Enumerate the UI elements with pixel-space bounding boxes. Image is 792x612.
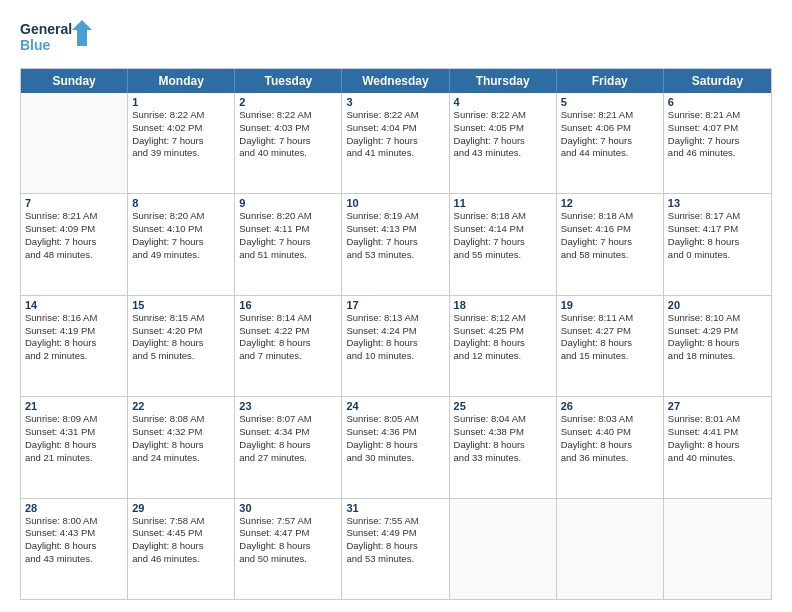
sunset: Sunset: 4:20 PM — [132, 325, 230, 338]
day-number: 6 — [668, 96, 767, 108]
daylight-minutes: and 41 minutes. — [346, 147, 444, 160]
sunset: Sunset: 4:36 PM — [346, 426, 444, 439]
day-number: 28 — [25, 502, 123, 514]
calendar-cell: 4 Sunrise: 8:22 AM Sunset: 4:05 PM Dayli… — [450, 93, 557, 193]
sunset: Sunset: 4:16 PM — [561, 223, 659, 236]
calendar-cell: 20 Sunrise: 8:10 AM Sunset: 4:29 PM Dayl… — [664, 296, 771, 396]
daylight-minutes: and 43 minutes. — [454, 147, 552, 160]
daylight-minutes: and 21 minutes. — [25, 452, 123, 465]
sunrise: Sunrise: 8:17 AM — [668, 210, 767, 223]
daylight-hours: Daylight: 8 hours — [239, 540, 337, 553]
sunrise: Sunrise: 8:21 AM — [561, 109, 659, 122]
sunrise: Sunrise: 8:16 AM — [25, 312, 123, 325]
daylight-hours: Daylight: 8 hours — [561, 337, 659, 350]
sunrise: Sunrise: 8:07 AM — [239, 413, 337, 426]
svg-text:Blue: Blue — [20, 37, 51, 53]
calendar-cell: 6 Sunrise: 8:21 AM Sunset: 4:07 PM Dayli… — [664, 93, 771, 193]
daylight-minutes: and 12 minutes. — [454, 350, 552, 363]
daylight-hours: Daylight: 7 hours — [454, 135, 552, 148]
calendar-cell: 12 Sunrise: 8:18 AM Sunset: 4:16 PM Dayl… — [557, 194, 664, 294]
sunrise: Sunrise: 8:10 AM — [668, 312, 767, 325]
calendar-cell: 16 Sunrise: 8:14 AM Sunset: 4:22 PM Dayl… — [235, 296, 342, 396]
calendar-cell — [557, 499, 664, 599]
daylight-hours: Daylight: 8 hours — [25, 439, 123, 452]
daylight-minutes: and 33 minutes. — [454, 452, 552, 465]
daylight-minutes: and 46 minutes. — [132, 553, 230, 566]
day-number: 27 — [668, 400, 767, 412]
day-number: 8 — [132, 197, 230, 209]
daylight-hours: Daylight: 7 hours — [454, 236, 552, 249]
daylight-hours: Daylight: 8 hours — [132, 439, 230, 452]
calendar-cell: 26 Sunrise: 8:03 AM Sunset: 4:40 PM Dayl… — [557, 397, 664, 497]
day-number: 15 — [132, 299, 230, 311]
sunrise: Sunrise: 8:18 AM — [454, 210, 552, 223]
daylight-minutes: and 50 minutes. — [239, 553, 337, 566]
day-number: 19 — [561, 299, 659, 311]
sunrise: Sunrise: 8:14 AM — [239, 312, 337, 325]
header-day-wednesday: Wednesday — [342, 69, 449, 93]
calendar-cell: 31 Sunrise: 7:55 AM Sunset: 4:49 PM Dayl… — [342, 499, 449, 599]
day-number: 17 — [346, 299, 444, 311]
calendar-cell: 3 Sunrise: 8:22 AM Sunset: 4:04 PM Dayli… — [342, 93, 449, 193]
sunset: Sunset: 4:10 PM — [132, 223, 230, 236]
svg-text:General: General — [20, 21, 72, 37]
daylight-minutes: and 0 minutes. — [668, 249, 767, 262]
daylight-minutes: and 36 minutes. — [561, 452, 659, 465]
calendar-cell: 30 Sunrise: 7:57 AM Sunset: 4:47 PM Dayl… — [235, 499, 342, 599]
daylight-hours: Daylight: 7 hours — [239, 236, 337, 249]
page: General Blue SundayMondayTuesdayWednesda… — [0, 0, 792, 612]
daylight-minutes: and 27 minutes. — [239, 452, 337, 465]
header-day-monday: Monday — [128, 69, 235, 93]
daylight-hours: Daylight: 8 hours — [668, 236, 767, 249]
day-number: 23 — [239, 400, 337, 412]
daylight-hours: Daylight: 8 hours — [561, 439, 659, 452]
daylight-hours: Daylight: 8 hours — [25, 337, 123, 350]
calendar-week-5: 28 Sunrise: 8:00 AM Sunset: 4:43 PM Dayl… — [21, 498, 771, 599]
svg-marker-2 — [72, 20, 92, 46]
calendar-cell: 28 Sunrise: 8:00 AM Sunset: 4:43 PM Dayl… — [21, 499, 128, 599]
daylight-minutes: and 43 minutes. — [25, 553, 123, 566]
calendar-cell: 14 Sunrise: 8:16 AM Sunset: 4:19 PM Dayl… — [21, 296, 128, 396]
calendar-cell: 17 Sunrise: 8:13 AM Sunset: 4:24 PM Dayl… — [342, 296, 449, 396]
day-number: 18 — [454, 299, 552, 311]
day-number: 22 — [132, 400, 230, 412]
sunrise: Sunrise: 8:12 AM — [454, 312, 552, 325]
daylight-hours: Daylight: 7 hours — [346, 236, 444, 249]
sunset: Sunset: 4:05 PM — [454, 122, 552, 135]
calendar-cell: 22 Sunrise: 8:08 AM Sunset: 4:32 PM Dayl… — [128, 397, 235, 497]
daylight-hours: Daylight: 8 hours — [668, 337, 767, 350]
sunset: Sunset: 4:27 PM — [561, 325, 659, 338]
calendar-cell — [664, 499, 771, 599]
daylight-minutes: and 53 minutes. — [346, 249, 444, 262]
daylight-hours: Daylight: 8 hours — [346, 337, 444, 350]
sunset: Sunset: 4:29 PM — [668, 325, 767, 338]
daylight-minutes: and 15 minutes. — [561, 350, 659, 363]
calendar: SundayMondayTuesdayWednesdayThursdayFrid… — [20, 68, 772, 600]
calendar-cell: 10 Sunrise: 8:19 AM Sunset: 4:13 PM Dayl… — [342, 194, 449, 294]
daylight-minutes: and 51 minutes. — [239, 249, 337, 262]
sunrise: Sunrise: 8:04 AM — [454, 413, 552, 426]
calendar-cell: 27 Sunrise: 8:01 AM Sunset: 4:41 PM Dayl… — [664, 397, 771, 497]
calendar-cell: 21 Sunrise: 8:09 AM Sunset: 4:31 PM Dayl… — [21, 397, 128, 497]
day-number: 3 — [346, 96, 444, 108]
calendar-cell: 23 Sunrise: 8:07 AM Sunset: 4:34 PM Dayl… — [235, 397, 342, 497]
calendar-cell: 24 Sunrise: 8:05 AM Sunset: 4:36 PM Dayl… — [342, 397, 449, 497]
sunrise: Sunrise: 8:22 AM — [239, 109, 337, 122]
calendar-cell: 5 Sunrise: 8:21 AM Sunset: 4:06 PM Dayli… — [557, 93, 664, 193]
daylight-hours: Daylight: 8 hours — [454, 439, 552, 452]
day-number: 5 — [561, 96, 659, 108]
daylight-hours: Daylight: 7 hours — [668, 135, 767, 148]
calendar-cell: 1 Sunrise: 8:22 AM Sunset: 4:02 PM Dayli… — [128, 93, 235, 193]
sunrise: Sunrise: 8:05 AM — [346, 413, 444, 426]
sunrise: Sunrise: 8:21 AM — [668, 109, 767, 122]
daylight-hours: Daylight: 8 hours — [346, 439, 444, 452]
calendar-cell: 2 Sunrise: 8:22 AM Sunset: 4:03 PM Dayli… — [235, 93, 342, 193]
sunrise: Sunrise: 8:09 AM — [25, 413, 123, 426]
calendar-cell — [21, 93, 128, 193]
header-day-thursday: Thursday — [450, 69, 557, 93]
sunrise: Sunrise: 8:03 AM — [561, 413, 659, 426]
daylight-hours: Daylight: 8 hours — [668, 439, 767, 452]
day-number: 12 — [561, 197, 659, 209]
daylight-hours: Daylight: 8 hours — [132, 337, 230, 350]
sunset: Sunset: 4:06 PM — [561, 122, 659, 135]
